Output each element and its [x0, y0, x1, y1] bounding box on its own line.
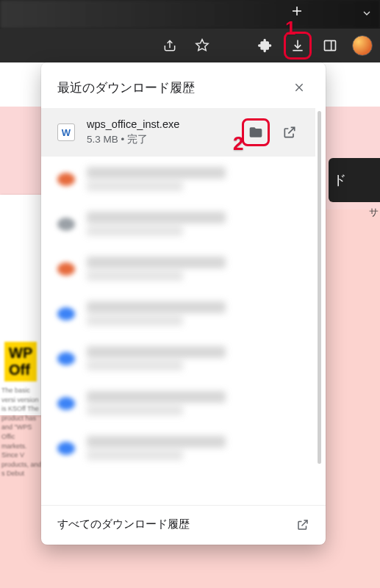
- background-blurb: The basic versi version is KSOff The pro…: [1, 386, 42, 478]
- download-status: hidden: [87, 226, 183, 236]
- download-item[interactable]: W wps_office_inst.exe 5.3 MB • 完了: [41, 108, 315, 157]
- sidepanel-icon[interactable]: [320, 35, 340, 56]
- background-cta-button[interactable]: ド: [329, 158, 380, 202]
- new-tab-button[interactable]: [290, 3, 304, 22]
- download-status: hidden: [87, 361, 183, 370]
- profile-avatar[interactable]: [352, 35, 373, 56]
- all-downloads-link[interactable]: すべてのダウンロード履歴: [57, 517, 190, 531]
- browser-tabstrip: [0, 0, 380, 29]
- download-status: 5.3 MB • 完了: [87, 133, 233, 146]
- download-item[interactable]: hiddenhidden: [41, 381, 315, 426]
- scrollbar[interactable]: [318, 111, 321, 464]
- download-status: hidden: [87, 316, 183, 326]
- file-type-icon: W: [57, 123, 75, 141]
- wps-sticker: WP Off: [4, 342, 37, 381]
- svg-rect-0: [325, 40, 336, 50]
- downloads-popup-header: 最近のダウンロード履歴: [41, 62, 326, 108]
- background-document-preview: [0, 195, 44, 415]
- download-item[interactable]: hiddenhidden: [41, 336, 315, 381]
- download-item[interactable]: hiddenhidden: [41, 201, 315, 246]
- download-item[interactable]: hiddenhidden: [41, 246, 315, 291]
- close-button[interactable]: [289, 77, 309, 98]
- downloads-button[interactable]: [287, 35, 308, 56]
- download-item[interactable]: hiddenhidden: [41, 157, 315, 201]
- tab-overflow-button[interactable]: [361, 7, 373, 22]
- file-type-icon: [57, 307, 75, 320]
- download-filename: wps_office_inst.exe: [87, 118, 233, 130]
- downloads-list: W wps_office_inst.exe 5.3 MB • 完了 2 hidd…: [41, 108, 326, 505]
- share-icon[interactable]: [159, 35, 180, 56]
- download-filename: hidden: [87, 436, 226, 448]
- download-status: hidden: [87, 451, 183, 460]
- download-status: hidden: [87, 406, 183, 415]
- download-item[interactable]: hiddenhidden: [41, 426, 315, 470]
- download-item[interactable]: hiddenhidden: [41, 291, 315, 336]
- download-filename: hidden: [87, 257, 226, 268]
- file-type-icon: [57, 352, 75, 365]
- file-type-icon: [57, 442, 75, 455]
- open-external-button[interactable]: [279, 121, 301, 143]
- file-type-icon: [57, 173, 75, 186]
- download-status: hidden: [87, 182, 183, 191]
- download-filename: hidden: [87, 167, 226, 179]
- download-filename: hidden: [87, 212, 226, 223]
- background-small-label: サ: [369, 206, 379, 219]
- show-in-folder-button[interactable]: [245, 121, 267, 143]
- file-type-icon: [57, 397, 75, 410]
- download-filename: hidden: [87, 346, 226, 358]
- browser-toolbar: [0, 29, 380, 62]
- downloads-popup-title: 最近のダウンロード履歴: [57, 79, 195, 96]
- file-type-icon: [57, 218, 75, 231]
- download-status: hidden: [87, 271, 183, 281]
- downloads-popup: 最近のダウンロード履歴 W wps_office_inst.exe 5.3 MB…: [41, 62, 326, 545]
- star-icon[interactable]: [192, 35, 212, 56]
- file-type-icon: [57, 262, 75, 276]
- download-filename: hidden: [87, 301, 226, 313]
- download-filename: hidden: [87, 391, 226, 403]
- downloads-popup-footer[interactable]: すべてのダウンロード履歴: [41, 505, 326, 545]
- open-external-icon: [296, 518, 309, 531]
- extensions-icon[interactable]: [255, 35, 276, 56]
